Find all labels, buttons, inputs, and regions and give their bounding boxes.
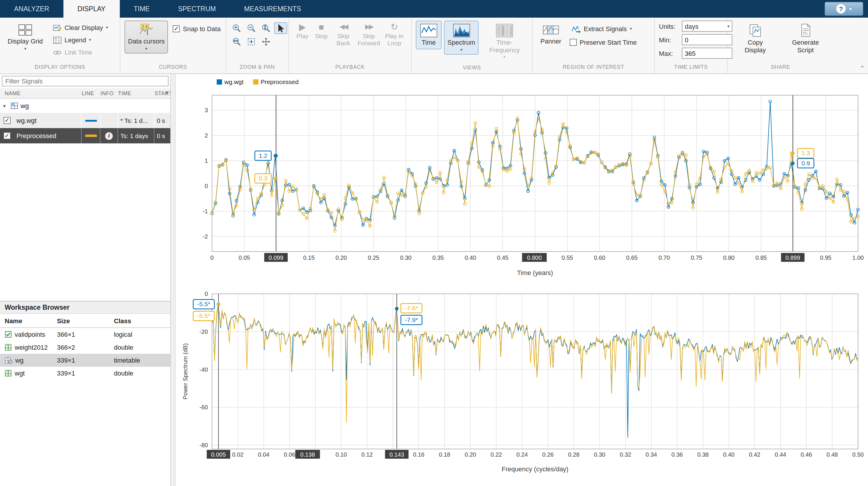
- stop-icon: ■: [319, 22, 324, 32]
- variable-size: 366×1: [57, 331, 114, 338]
- units-label: Units:: [659, 23, 679, 30]
- column-header-class: Class: [114, 317, 170, 324]
- time-view-button[interactable]: Time: [416, 21, 442, 49]
- caret-down-icon: ▾: [24, 46, 26, 50]
- svg-text:-40: -40: [199, 366, 208, 373]
- pan-button[interactable]: [259, 36, 273, 48]
- ribbon-toolbar: Display Grid ▾ Clear Display ▾: [0, 18, 868, 74]
- time-frequency-view-icon: [496, 24, 513, 38]
- fit-view-button[interactable]: [245, 36, 258, 48]
- signal-row-preprocessed[interactable]: ✓ Preprocessed i Ts: 1 days 0 s: [0, 128, 170, 143]
- svg-text:0.899: 0.899: [785, 254, 800, 261]
- workspace-row-wg[interactable]: wg 339×1 timetable: [0, 354, 170, 367]
- svg-text:0.20: 0.20: [465, 451, 476, 458]
- signal-time-value: * Ts: 1 d...: [118, 113, 154, 128]
- svg-text:0.15: 0.15: [303, 254, 315, 261]
- info-icon[interactable]: i: [105, 132, 113, 140]
- svg-text:0.40: 0.40: [723, 451, 735, 458]
- check-icon: ✓: [5, 117, 10, 123]
- filter-funnel-icon[interactable]: ▼: [164, 90, 169, 96]
- signal-group-row-wg[interactable]: ▼ wg: [0, 99, 170, 113]
- zoom-x-button[interactable]: [230, 36, 243, 48]
- svg-text:0.35: 0.35: [433, 254, 444, 261]
- svg-text:0.20: 0.20: [336, 254, 347, 261]
- panel-splitter[interactable]: [171, 74, 176, 486]
- pointer-tool-button[interactable]: [274, 22, 287, 34]
- svg-text:0.26: 0.26: [542, 451, 554, 458]
- play-button[interactable]: ▶ Play: [293, 21, 312, 39]
- clear-display-button[interactable]: Clear Display ▾: [51, 22, 110, 33]
- tab-display[interactable]: DISPLAY: [63, 0, 120, 18]
- tab-spectrum[interactable]: SPECTRUM: [164, 0, 230, 18]
- svg-text:1.00: 1.00: [852, 254, 864, 261]
- legend-swatch-wgwgt: [217, 79, 222, 84]
- data-cursors-button[interactable]: 2.5 Data cursors ▾: [124, 21, 168, 53]
- signal-visible-checkbox[interactable]: ✓: [3, 132, 10, 139]
- panner-button[interactable]: Panner: [537, 21, 565, 48]
- column-header-name: NAME: [0, 90, 82, 96]
- tab-measurements[interactable]: MEASUREMENTS: [230, 0, 315, 18]
- tab-analyzer[interactable]: ANALYZER: [0, 0, 63, 18]
- workspace-row-weight2012[interactable]: weight2012 366×2 double: [0, 341, 170, 354]
- link-time-label: Link Time: [65, 49, 92, 56]
- signal-line-swatch[interactable]: [85, 120, 97, 121]
- skip-back-button[interactable]: ◀◀ Skip Back: [331, 21, 356, 47]
- signal-visible-checkbox[interactable]: ✓: [3, 117, 10, 124]
- svg-text:0.099: 0.099: [269, 254, 283, 261]
- units-dropdown[interactable]: days ▾: [682, 21, 732, 32]
- preserve-start-time-checkbox-row[interactable]: Preserve Start Time: [570, 39, 637, 46]
- max-input[interactable]: [682, 48, 732, 59]
- preserve-start-time-checkbox[interactable]: [570, 39, 577, 46]
- signal-line-swatch[interactable]: [85, 135, 97, 137]
- stop-button[interactable]: ■ Stop: [312, 21, 331, 39]
- expander-icon[interactable]: ▼: [2, 104, 8, 108]
- snap-to-data-checkbox-row[interactable]: ✓ Snap to Data: [173, 25, 220, 32]
- panner-label: Panner: [540, 38, 561, 45]
- spectrum-view-button[interactable]: Spectrum ▾: [444, 21, 478, 54]
- pan-icon: [261, 37, 271, 47]
- generate-script-button[interactable]: Generate Script: [782, 21, 829, 57]
- workspace-row-wgt[interactable]: wgt 339×1 double: [0, 367, 170, 380]
- signal-row-wgwgt[interactable]: ✓ wg.wgt * Ts: 1 d... 0 s: [0, 113, 170, 128]
- section-label-playback: PLAYBACK: [289, 64, 411, 74]
- signal-start-value: 0 s: [154, 113, 170, 128]
- extract-signals-button[interactable]: Extract Signals ▾: [570, 23, 637, 35]
- zoom-out-button[interactable]: [245, 22, 258, 34]
- display-grid-button[interactable]: Display Grid ▾: [4, 21, 46, 53]
- section-label-views: VIEWS: [412, 65, 532, 74]
- help-button[interactable]: ? ▾: [825, 2, 863, 16]
- caret-down-icon: ▾: [145, 46, 147, 50]
- workspace-row-validpoints[interactable]: validpoints 366×1 logical: [0, 328, 170, 341]
- min-input[interactable]: [682, 34, 732, 45]
- preserve-start-time-label: Preserve Start Time: [580, 39, 637, 46]
- svg-text:1: 1: [205, 158, 208, 164]
- link-time-button[interactable]: Link Time: [51, 47, 110, 58]
- skip-forward-button[interactable]: ▶▶ Skip Forward: [356, 21, 382, 47]
- check-icon: ✓: [5, 133, 10, 139]
- play-in-loop-button[interactable]: ↻ Play in Loop: [381, 21, 407, 47]
- display-grid-label: Display Grid: [8, 38, 43, 45]
- svg-text:0.24: 0.24: [517, 451, 528, 458]
- legend-icon: [53, 36, 62, 44]
- copy-display-button[interactable]: Copy Display: [735, 21, 776, 57]
- filter-signals-input[interactable]: [2, 76, 168, 86]
- time-frequency-view-button[interactable]: Time-Frequency ▾: [481, 21, 528, 62]
- variable-class: double: [114, 344, 170, 351]
- column-header-line: LINE: [82, 90, 100, 96]
- zoom-in-button[interactable]: [230, 22, 243, 34]
- signal-time-value: Ts: 1 days: [118, 128, 154, 143]
- snap-to-data-checkbox[interactable]: ✓: [173, 25, 180, 32]
- spectrum-plot-canvas[interactable]: 0-20-40-60-800.020.040.060.100.120.160.1…: [179, 289, 864, 483]
- svg-text:-20: -20: [199, 328, 208, 335]
- zoom-y-button[interactable]: [259, 22, 273, 34]
- collapse-ribbon-icon[interactable]: ⌃: [860, 65, 865, 72]
- tab-time[interactable]: TIME: [120, 0, 164, 18]
- time-plot-canvas[interactable]: -2-1012300.050.150.200.250.300.350.400.4…: [179, 86, 864, 289]
- svg-text:2: 2: [205, 132, 208, 139]
- section-label-cursors: CURSORS: [120, 64, 225, 74]
- help-icon: ?: [836, 4, 846, 13]
- signal-panel: NAME LINE INFO TIME START ▼ ▼ wg: [0, 74, 171, 486]
- legend-button[interactable]: Legend ▾: [51, 34, 110, 46]
- svg-text:0.9: 0.9: [801, 160, 810, 167]
- svg-text:0.30: 0.30: [400, 254, 412, 261]
